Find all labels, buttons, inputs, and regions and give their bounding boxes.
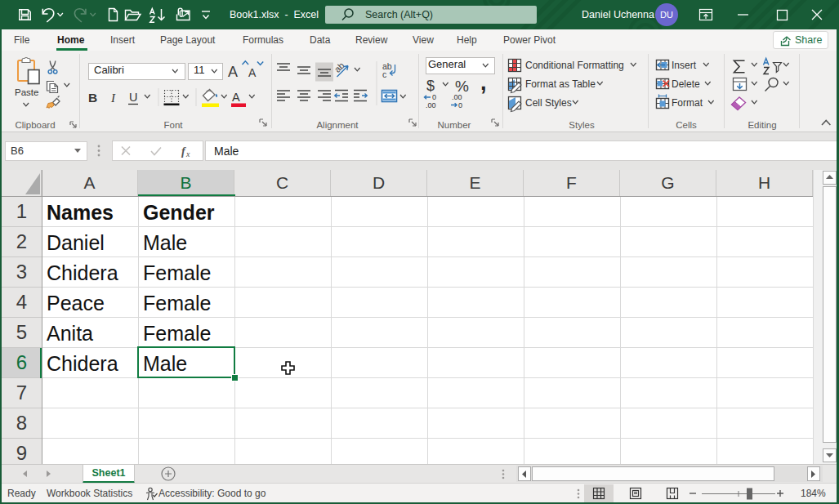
svg-text:c: c — [382, 69, 386, 79]
svg-text:Insert: Insert — [672, 60, 697, 71]
svg-text:Conditional Formatting: Conditional Formatting — [525, 60, 624, 71]
svg-text:U: U — [129, 91, 137, 104]
svg-text:A: A — [228, 64, 238, 80]
svg-text:Delete: Delete — [672, 78, 700, 90]
svg-text:B: B — [88, 91, 97, 105]
svg-text:A: A — [248, 66, 257, 79]
svg-text:A: A — [232, 91, 240, 104]
svg-text:0: 0 — [458, 101, 462, 109]
svg-text:Cell Styles: Cell Styles — [525, 97, 572, 109]
svg-text:x: x — [185, 149, 190, 158]
svg-text:%: % — [455, 78, 469, 95]
svg-text:Paste: Paste — [15, 87, 38, 97]
svg-text:Format: Format — [672, 97, 703, 109]
svg-text:Format as Table: Format as Table — [525, 78, 596, 90]
svg-text:0: 0 — [432, 93, 436, 101]
svg-text:$: $ — [426, 78, 435, 94]
svg-text:.00: .00 — [452, 93, 462, 101]
svg-text:ab: ab — [332, 60, 346, 74]
svg-text:,: , — [480, 70, 487, 95]
svg-text:I: I — [110, 91, 116, 105]
svg-text:.00: .00 — [426, 101, 436, 109]
